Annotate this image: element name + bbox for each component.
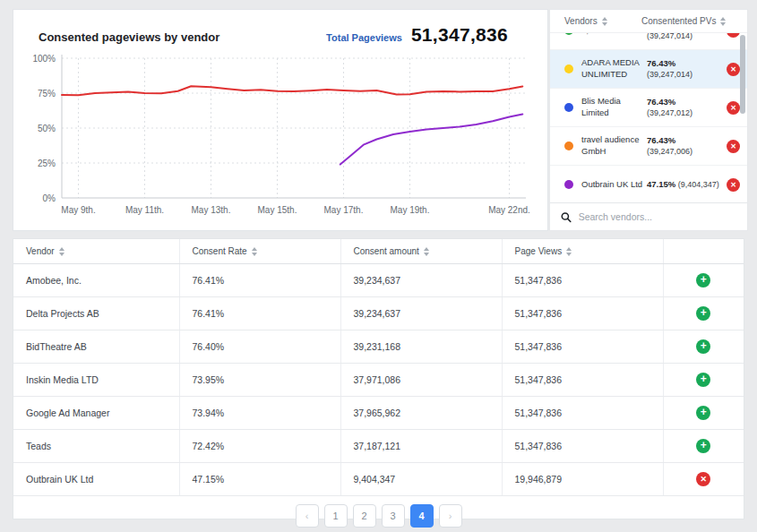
vendor-name: travel audience GmbH: [581, 134, 647, 158]
column-header[interactable]: Page Views: [502, 239, 663, 264]
remove-vendor-button[interactable]: ✕: [727, 101, 740, 115]
action-cell: +: [663, 330, 744, 364]
vendor-cell: Teads: [13, 430, 179, 463]
vendor-list: e, Inc76.43% (39,247,014)✕ADARA MEDIA UN…: [550, 33, 747, 202]
vendor-panel: Vendors Consentented PVs e, Inc76.43% (3…: [549, 9, 748, 231]
chart-panel: Consented pageviews by vendor Total Page…: [13, 9, 548, 231]
vendors-column-header[interactable]: Vendors: [564, 16, 641, 26]
svg-text:50%: 50%: [38, 124, 56, 133]
column-header-label: Vendor: [26, 246, 55, 256]
vendor-list-scrollbar[interactable]: [740, 35, 745, 114]
remove-vendor-button[interactable]: ✕: [727, 63, 740, 76]
search-vendors-input[interactable]: [579, 211, 736, 222]
action-cell: +: [663, 364, 744, 397]
page-views-cell: 51,347,836: [502, 397, 663, 430]
consent-amount-cell: 37,965,962: [340, 397, 502, 430]
svg-text:May 15th.: May 15th.: [258, 205, 297, 215]
add-vendor-button[interactable]: +: [696, 439, 710, 453]
sort-icon: [424, 247, 429, 256]
consent-rate-cell: 47.15%: [179, 463, 340, 496]
consent-rate-cell: 73.95%: [179, 364, 340, 397]
sort-icon: [59, 247, 65, 256]
remove-vendor-button[interactable]: ✕: [727, 178, 740, 192]
vendor-color-dot: [564, 64, 573, 73]
vendor-name: Outbrain UK Ltd: [581, 179, 647, 191]
remove-vendor-button[interactable]: ✕: [696, 472, 710, 486]
action-cell: +: [663, 397, 744, 430]
vendor-cell: BidTheatre AB: [13, 330, 179, 364]
consent-amount-cell: 39,234,637: [340, 264, 502, 297]
column-header-label: Consent amount: [354, 246, 419, 256]
vendor-row[interactable]: ADARA MEDIA UNLIMITED76.43% (39,247,014)…: [550, 50, 747, 89]
total-pageviews-label: Total Pageviews: [326, 32, 402, 43]
table-body: Amobee, Inc.76.41%39,234,63751,347,836+D…: [13, 264, 744, 496]
vendor-color-dot: [564, 180, 573, 189]
consent-rate-cell: 73.94%: [179, 397, 340, 430]
add-vendor-button[interactable]: +: [696, 373, 710, 387]
chart-area: 0%25%50%75%100%May 9th.May 11th.May 13th…: [13, 47, 547, 227]
pagination-page[interactable]: 2: [353, 504, 376, 528]
column-header[interactable]: Consent Rate: [179, 239, 340, 264]
page-views-cell: 51,347,836: [502, 364, 663, 397]
consent-rate-cell: 72.42%: [179, 430, 340, 463]
pagination-prev[interactable]: ‹: [296, 504, 319, 528]
vendor-cell: Inskin Media LTD: [13, 364, 179, 397]
vendor-search: [550, 202, 747, 230]
vendor-row[interactable]: e, Inc76.43% (39,247,014)✕: [550, 33, 747, 50]
action-cell: ✕: [663, 463, 744, 496]
vendor-cell: Outbrain UK Ltd: [13, 463, 179, 496]
consented-pvs-column-label: Consentented PVs: [641, 16, 716, 26]
svg-text:May 11th.: May 11th.: [125, 205, 164, 215]
vendor-color-dot: [564, 103, 573, 112]
vendor-row[interactable]: Outbrain UK Ltd47.15% (9,404,347)✕: [550, 166, 747, 202]
sort-icon: [720, 17, 726, 26]
remove-vendor-button[interactable]: ✕: [727, 140, 740, 153]
add-vendor-button[interactable]: +: [696, 306, 710, 321]
vendor-cell: Google Ad Manager: [13, 397, 179, 430]
page-views-cell: 51,347,836: [502, 264, 663, 297]
pagination-page[interactable]: 1: [324, 504, 348, 528]
vendor-name: e, Inc: [581, 33, 647, 36]
vendor-table: VendorConsent RateConsent amountPage Vie…: [13, 239, 744, 496]
table-row: Delta Projects AB76.41%39,234,63751,347,…: [13, 297, 744, 330]
consent-amount-cell: 39,231,168: [340, 330, 502, 364]
consent-rate-cell: 76.41%: [179, 264, 340, 297]
add-vendor-button[interactable]: +: [696, 406, 710, 420]
pagination: ‹1234›: [13, 504, 744, 528]
total-pageviews-value: 51,347,836: [411, 24, 508, 46]
sort-icon: [602, 17, 607, 26]
action-cell: +: [663, 264, 744, 297]
vendor-color-dot: [564, 33, 573, 35]
consented-pvs-column-header[interactable]: Consentented PVs: [641, 16, 735, 26]
chart-title: Consented pageviews by vendor: [39, 30, 326, 44]
table-row: Outbrain UK Ltd47.15%9,404,34719,946,879…: [13, 463, 744, 496]
add-vendor-button[interactable]: +: [696, 273, 710, 287]
page-views-cell: 51,347,836: [502, 330, 663, 364]
pagination-next[interactable]: ›: [439, 504, 462, 528]
chart-svg: 0%25%50%75%100%May 9th.May 11th.May 13th…: [26, 49, 533, 223]
add-vendor-button[interactable]: +: [696, 339, 710, 354]
pagination-page[interactable]: 3: [382, 504, 405, 528]
column-header-label: Consent Rate: [193, 246, 247, 256]
sort-icon: [566, 247, 572, 256]
page-views-cell: 51,347,836: [502, 297, 663, 330]
consent-amount-cell: 39,234,637: [340, 297, 502, 330]
remove-vendor-button[interactable]: ✕: [727, 33, 740, 38]
svg-text:75%: 75%: [38, 89, 56, 99]
vendor-name: ADARA MEDIA UNLIMITED: [581, 57, 647, 81]
svg-text:May 13th.: May 13th.: [192, 205, 231, 215]
svg-text:May 19th.: May 19th.: [391, 205, 430, 215]
vendor-list-header: Vendors Consentented PVs: [550, 10, 747, 33]
column-header[interactable]: Vendor: [13, 239, 179, 264]
vendor-cell: Delta Projects AB: [13, 297, 179, 330]
vendor-consented-pvs: 76.43% (39,247,014): [647, 33, 722, 41]
vendors-column-label: Vendors: [564, 16, 598, 26]
pagination-page[interactable]: 4: [410, 504, 434, 528]
vendor-row[interactable]: travel audience GmbH76.43% (39,247,006)✕: [550, 127, 747, 166]
vendor-row[interactable]: Blis Media Limited76.43% (39,247,012)✕: [550, 89, 747, 127]
column-header[interactable]: Consent amount: [340, 239, 502, 264]
svg-text:May 22nd.: May 22nd.: [488, 205, 530, 215]
vendor-name: Blis Media Limited: [581, 96, 647, 119]
vendor-table-panel: VendorConsent RateConsent amountPage Vie…: [13, 238, 744, 519]
table-row: BidTheatre AB76.40%39,231,16851,347,836+: [13, 330, 744, 364]
